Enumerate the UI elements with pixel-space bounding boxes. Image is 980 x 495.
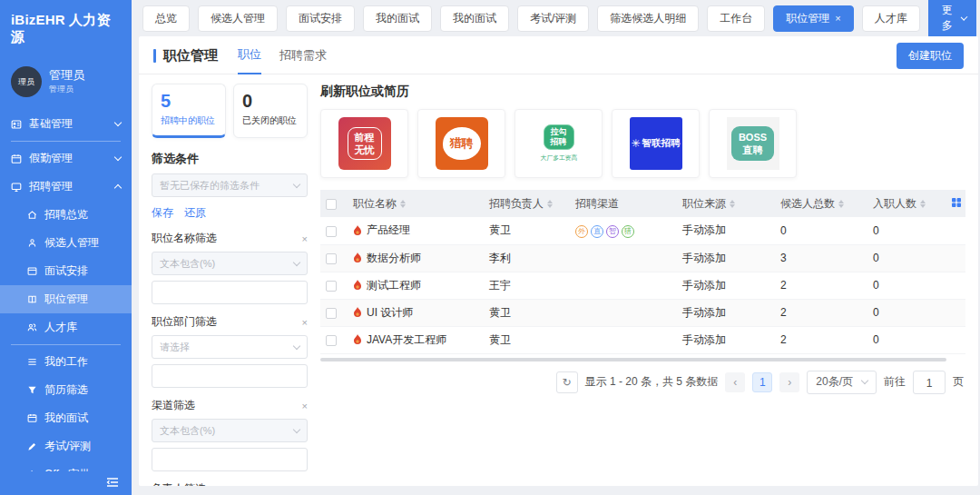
owner-cell: 王宇: [484, 272, 570, 299]
sidebar-item-my-interviews[interactable]: 我的面试: [0, 404, 132, 432]
remove-filter-icon[interactable]: ×: [302, 484, 308, 487]
department-filter-input[interactable]: [152, 364, 308, 388]
table-row[interactable]: 数据分析师 李利 手动添加 3 0: [320, 244, 965, 272]
sidebar-item-label: 我的面试: [44, 411, 88, 426]
tab-candidate-mgmt[interactable]: 候选人管理: [198, 5, 278, 32]
page-size-select[interactable]: 20条/页: [807, 371, 877, 394]
position-name[interactable]: 数据分析师: [367, 251, 421, 266]
channel-card-lagou[interactable]: 拉勾 招聘 大厂多工资高: [514, 109, 603, 178]
col-owner[interactable]: 招聘负责人: [484, 190, 570, 217]
avatar: 理员: [11, 66, 42, 97]
menu-collapse-icon[interactable]: [106, 477, 119, 488]
sidebar-item-label: 候选人管理: [44, 235, 99, 251]
people-icon: [27, 322, 37, 332]
channel-card-boss[interactable]: BOSS 直聘: [709, 109, 797, 178]
position-name[interactable]: JAVA开发工程师: [367, 332, 446, 348]
main-area: 总览 候选人管理 面试安排 我的面试 我的面试 考试/评测 筛选候选人明细 工作…: [132, 0, 980, 495]
name-filter-operator-select[interactable]: 文本包含(%): [152, 252, 308, 275]
department-filter-select[interactable]: 请选择: [152, 335, 308, 359]
tab-overview[interactable]: 总览: [142, 5, 190, 32]
tab-interview-schedule[interactable]: 面试安排: [286, 5, 355, 32]
position-name[interactable]: 测试工程师: [367, 278, 421, 293]
candidates-cell: 3: [775, 244, 867, 272]
row-checkbox[interactable]: [326, 281, 337, 292]
position-name[interactable]: UI 设计师: [367, 305, 413, 321]
logo-text: 拉勾: [551, 127, 567, 137]
goto-page-input[interactable]: 1: [913, 371, 946, 394]
prev-page-button[interactable]: ‹: [725, 372, 745, 392]
close-icon[interactable]: ×: [835, 13, 840, 24]
sidebar-item-recruit-mgmt[interactable]: 招聘管理: [0, 173, 132, 201]
sidebar-item-candidate-mgmt[interactable]: 候选人管理: [0, 229, 132, 257]
saved-filter-select[interactable]: 暂无已保存的筛选条件: [152, 173, 308, 197]
tab-position-mgmt[interactable]: 职位管理×: [773, 5, 853, 32]
sidebar-item-my-work[interactable]: 我的工作: [0, 348, 132, 376]
row-checkbox[interactable]: [326, 253, 337, 264]
next-page-button[interactable]: ›: [779, 372, 799, 392]
create-position-button[interactable]: 创建职位: [897, 43, 964, 69]
col-position-name[interactable]: 职位名称: [348, 190, 484, 217]
sidebar-item-position-mgmt[interactable]: 职位管理: [0, 285, 132, 313]
refresh-button[interactable]: ↻: [556, 371, 578, 393]
tab-exam-assessment[interactable]: 考试/评测: [517, 5, 589, 32]
stat-open-positions[interactable]: 5 招聘中的职位: [152, 84, 226, 138]
more-tabs-button[interactable]: 更多: [928, 0, 976, 39]
sidebar-item-interview-schedule[interactable]: 面试安排: [0, 257, 132, 285]
sidebar-item-label: 招聘管理: [29, 179, 73, 194]
channel-filter-input[interactable]: [152, 448, 308, 471]
column-settings-icon[interactable]: [951, 197, 962, 208]
col-actions[interactable]: [946, 190, 965, 217]
remove-filter-icon[interactable]: ×: [302, 317, 308, 328]
sidebar-item-base-mgmt[interactable]: 基础管理: [0, 110, 132, 138]
table-row[interactable]: UI 设计师 黄卫 手动添加 2 0: [320, 299, 965, 326]
sidebar-item-attendance-mgmt[interactable]: 假勤管理: [0, 144, 132, 173]
sort-icon[interactable]: [730, 200, 735, 209]
row-checkbox[interactable]: [326, 226, 337, 237]
row-checkbox[interactable]: [326, 308, 337, 319]
tab-talent-pool[interactable]: 人才库: [862, 5, 920, 32]
col-candidate-count[interactable]: 候选人总数: [775, 190, 867, 217]
select-all-checkbox[interactable]: [326, 199, 337, 210]
remove-filter-icon[interactable]: ×: [302, 233, 308, 244]
user-block[interactable]: 理员 管理员 管理员: [0, 55, 132, 110]
save-filter-link[interactable]: 保存: [152, 205, 173, 221]
sort-icon[interactable]: [400, 200, 406, 209]
table-row[interactable]: JAVA开发工程师 黄卫 手动添加 2 0: [320, 326, 965, 353]
remove-filter-icon[interactable]: ×: [302, 401, 308, 411]
sidebar-item-talent-pool[interactable]: 人才库: [0, 313, 132, 342]
filter-icon: [27, 385, 37, 395]
hired-cell: 0: [867, 299, 946, 326]
filter-column: 5 招聘中的职位 0 已关闭的职位 筛选条件 暂无已保存的筛选条件 保存 还原: [152, 84, 308, 486]
reset-filter-link[interactable]: 还原: [184, 205, 206, 221]
calendar-icon: [27, 413, 37, 423]
candidates-cell: 2: [775, 299, 867, 326]
tab-workbench[interactable]: 工作台: [707, 5, 765, 32]
col-hired-count[interactable]: 入职人数: [867, 190, 946, 217]
channel-card-liepin[interactable]: 猎聘: [417, 109, 505, 178]
current-page-button[interactable]: 1: [752, 372, 772, 392]
subtab-demand[interactable]: 招聘需求: [279, 47, 327, 74]
subtab-position[interactable]: 职位: [238, 46, 261, 74]
channel-card-zhilian[interactable]: ✳ 智联招聘: [612, 109, 700, 178]
sort-icon[interactable]: [547, 200, 553, 209]
channel-card-qianchengwuyou[interactable]: 前程 无忧: [320, 109, 408, 178]
table-column: 刷新职位或简历 前程 无忧 猎聘: [320, 84, 965, 486]
row-checkbox[interactable]: [326, 335, 337, 346]
table-row[interactable]: 测试工程师 王宇 手动添加 2 0: [320, 272, 965, 299]
table-row[interactable]: 产品经理 黄卫 外 直 智 猎 手动添加 0 0: [320, 217, 965, 244]
channel-filter-operator-select[interactable]: 文本包含(%): [152, 419, 308, 442]
stat-closed-positions[interactable]: 0 已关闭的职位: [233, 84, 308, 138]
tab-screening-detail[interactable]: 筛选候选人明细: [597, 5, 699, 32]
name-filter-input[interactable]: [152, 281, 308, 304]
sidebar-item-recruit-overview[interactable]: 招聘总览: [0, 201, 132, 229]
sidebar-item-exam-assessment[interactable]: 考试/评测: [0, 432, 132, 460]
position-name[interactable]: 产品经理: [367, 223, 410, 238]
horizontal-scrollbar[interactable]: [320, 358, 946, 361]
col-source[interactable]: 职位来源: [677, 190, 775, 217]
tab-my-interview-2[interactable]: 我的面试: [440, 5, 509, 32]
sort-icon[interactable]: [838, 200, 844, 209]
sidebar-item-resume-screening[interactable]: 简历筛选: [0, 376, 132, 404]
tab-my-interview-1[interactable]: 我的面试: [363, 5, 432, 32]
sidebar-item-offer-approval[interactable]: Offer审批: [0, 460, 132, 471]
sort-icon[interactable]: [920, 200, 926, 209]
